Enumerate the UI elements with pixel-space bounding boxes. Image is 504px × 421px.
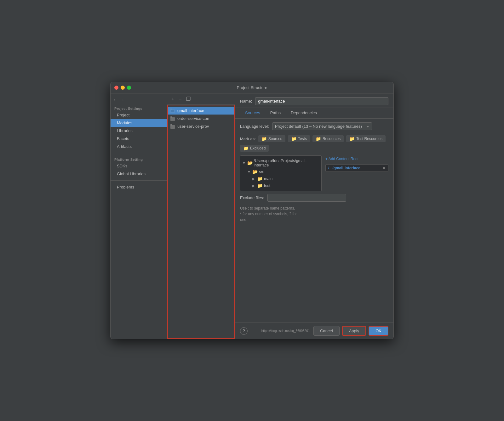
- tree-item-test[interactable]: ▶ 📁 test: [250, 182, 321, 189]
- bottom-bar: ? https://blog.csdn.net/qq_36903261 Canc…: [235, 323, 393, 339]
- svg-rect-4: [170, 116, 172, 118]
- title-bar: Project Structure: [111, 82, 393, 93]
- maximize-button[interactable]: [127, 86, 131, 90]
- mark-sources-label: Sources: [268, 137, 282, 141]
- action-buttons: Cancel Apply OK: [313, 326, 388, 336]
- sidebar-item-modules[interactable]: Modules: [111, 119, 167, 127]
- module-item-user-service[interactable]: user-service-prov: [168, 122, 234, 130]
- exclude-files-input[interactable]: [267, 194, 346, 202]
- module-icon: [170, 124, 175, 129]
- main-folder-icon: 📁: [257, 176, 263, 181]
- sidebar-item-global-libraries[interactable]: Global Libraries: [111, 170, 167, 178]
- language-level-row: Language level: Project default (13 – No…: [240, 122, 388, 130]
- name-label: Name:: [240, 99, 252, 104]
- window-controls: [114, 86, 131, 90]
- right-panel: + Add Content Root /.../gmall-interface …: [325, 155, 388, 191]
- platform-settings-section-label: Platform Setting: [111, 156, 167, 162]
- ok-button[interactable]: OK: [369, 326, 388, 336]
- expand-arrow-src-icon: ▼: [247, 170, 251, 174]
- sidebar-item-problems[interactable]: Problems: [111, 183, 167, 191]
- language-level-select[interactable]: Project default (13 – No new language fe…: [272, 122, 372, 130]
- copy-module-button[interactable]: ❐: [185, 95, 192, 103]
- tree-src-label: src: [259, 170, 264, 174]
- nav-forward-button[interactable]: →: [120, 97, 124, 102]
- exclude-files-label: Exclude files:: [240, 195, 264, 200]
- svg-rect-3: [170, 117, 175, 121]
- tree-item-src[interactable]: ▼ 📂 src: [245, 168, 321, 175]
- mark-resources-label: Resources: [323, 137, 341, 141]
- test-folder-icon: 📁: [257, 183, 263, 188]
- content-area: ▼ 📂 /Users/pro/IdeaProjects/gmall-interf…: [240, 155, 388, 191]
- remove-module-button[interactable]: −: [177, 96, 183, 103]
- dialog-title: Project Structure: [237, 85, 267, 90]
- module-item-gmall-interface[interactable]: gmall-interface: [168, 107, 234, 115]
- sidebar-item-facets[interactable]: Facets: [111, 135, 167, 143]
- sidebar-item-artifacts[interactable]: Artifacts: [111, 143, 167, 150]
- svg-rect-5: [170, 125, 175, 129]
- language-level-wrapper: Project default (13 – No new language fe…: [272, 122, 372, 130]
- svg-rect-2: [171, 110, 174, 112]
- mark-sources-button[interactable]: 📁 Sources: [258, 135, 285, 142]
- sidebar: ← → Project Settings Project Modules Lib…: [111, 93, 167, 339]
- excluded-folder-icon: 📁: [243, 146, 249, 151]
- content-root-close-button[interactable]: ✕: [382, 166, 386, 170]
- tree-root-label: /Users/pro/IdeaProjects/gmall-interface: [254, 159, 319, 167]
- expand-arrow-main-icon: ▶: [252, 177, 256, 181]
- tree-item-main[interactable]: ▶ 📁 main: [250, 175, 321, 182]
- name-input[interactable]: [255, 97, 388, 105]
- module-toolbar: + − ❐: [167, 93, 235, 105]
- svg-rect-1: [170, 109, 172, 110]
- bottom-right: https://blog.csdn.net/qq_36903261 Cancel…: [261, 326, 388, 336]
- main-content: Name: Sources Paths Dependencies Languag…: [235, 93, 393, 339]
- sidebar-item-libraries[interactable]: Libraries: [111, 127, 167, 135]
- tree-item-root[interactable]: ▼ 📂 /Users/pro/IdeaProjects/gmall-interf…: [240, 158, 321, 168]
- tab-paths[interactable]: Paths: [265, 108, 286, 118]
- close-button[interactable]: [114, 86, 118, 90]
- file-tree-panel[interactable]: ▼ 📂 /Users/pro/IdeaProjects/gmall-interf…: [240, 155, 322, 191]
- exclude-files-row: Exclude files:: [240, 194, 388, 204]
- content-root-item: /.../gmall-interface ✕: [325, 164, 388, 172]
- module-panel: + − ❐ gmall-interface: [167, 93, 235, 339]
- language-level-label: Language level:: [240, 124, 269, 129]
- mark-test-resources-button[interactable]: 📁 Test Resources: [346, 135, 386, 142]
- nav-back-button[interactable]: ←: [113, 97, 117, 102]
- name-row: Name:: [235, 93, 393, 108]
- mark-resources-button[interactable]: 📁 Resources: [312, 135, 344, 142]
- expand-arrow-test-icon: ▶: [252, 184, 256, 188]
- mark-excluded-button[interactable]: 📁 Excluded: [240, 145, 269, 152]
- test-resources-folder-icon: 📁: [349, 136, 355, 141]
- tabs-row: Sources Paths Dependencies: [235, 108, 393, 119]
- mark-tests-button[interactable]: 📁 Tests: [288, 135, 310, 142]
- tests-folder-icon: 📁: [291, 136, 296, 141]
- svg-rect-6: [170, 124, 172, 126]
- root-folder-icon: 📂: [247, 160, 253, 166]
- sidebar-item-sdks[interactable]: SDKs: [111, 162, 167, 170]
- add-module-button[interactable]: +: [170, 96, 176, 103]
- apply-button[interactable]: Apply: [342, 326, 366, 336]
- sidebar-divider-2: [111, 180, 167, 181]
- mark-test-resources-label: Test Resources: [356, 137, 382, 141]
- sidebar-item-project[interactable]: Project: [111, 111, 167, 119]
- minimize-button[interactable]: [121, 86, 125, 90]
- content-root-label: /.../gmall-interface: [328, 166, 360, 170]
- module-item-order-service[interactable]: order-service-con: [168, 115, 234, 122]
- mark-excluded-label: Excluded: [250, 146, 266, 150]
- mark-tests-label: Tests: [298, 137, 307, 141]
- expand-arrow-icon: ▼: [242, 161, 246, 165]
- tree-main-label: main: [264, 177, 272, 181]
- tree-test-label: test: [264, 183, 270, 188]
- module-icon: [170, 109, 175, 113]
- tab-sources[interactable]: Sources: [240, 108, 265, 118]
- sidebar-divider-1: [111, 153, 167, 153]
- cancel-button[interactable]: Cancel: [313, 326, 339, 336]
- tab-dependencies[interactable]: Dependencies: [286, 108, 322, 118]
- mark-as-label: Mark as:: [240, 137, 256, 141]
- src-folder-icon: 📂: [252, 169, 258, 174]
- help-button[interactable]: ?: [240, 327, 248, 335]
- nav-top: ← →: [111, 96, 167, 104]
- dialog-body: ← → Project Settings Project Modules Lib…: [111, 93, 393, 339]
- url-hint: https://blog.csdn.net/qq_36903261: [261, 329, 310, 333]
- exclude-hint-text: Use ; to separate name patterns, * for a…: [240, 205, 388, 222]
- module-list: gmall-interface order-service-con user-s…: [167, 105, 235, 339]
- add-content-root-button[interactable]: + Add Content Root: [325, 155, 388, 162]
